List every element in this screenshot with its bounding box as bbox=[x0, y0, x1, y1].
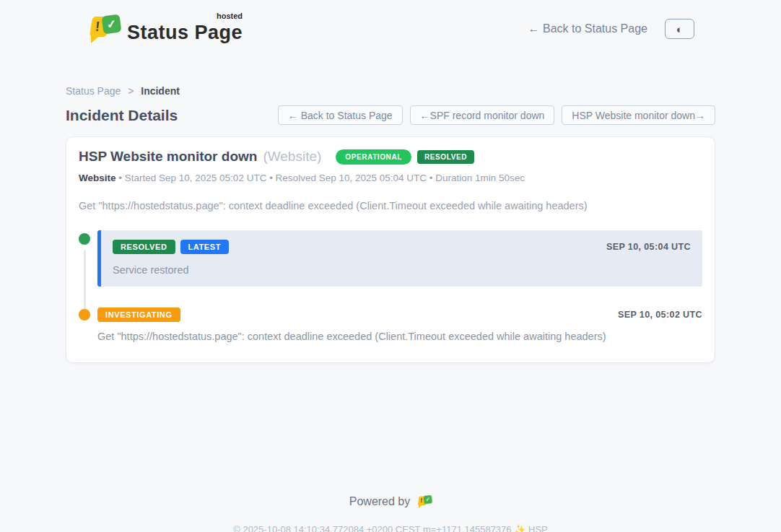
brand-superscript: hosted bbox=[217, 12, 243, 20]
checkmark-icon: ✓ bbox=[106, 17, 118, 31]
brand-name: Status Page bbox=[127, 22, 243, 43]
incident-service-name: Website bbox=[79, 173, 116, 183]
incident-title: HSP Website monitor down bbox=[79, 149, 257, 165]
investigating-dot-icon bbox=[79, 309, 90, 320]
timeline-marker-column bbox=[79, 308, 90, 342]
header-actions: ← Back to Status Page ◐ bbox=[528, 19, 694, 39]
brand-text: hosted Status Page bbox=[127, 14, 243, 44]
copyright-line: © 2025-10-08 14:10:34.772084 +0200 CEST … bbox=[0, 524, 781, 532]
theme-toggle-button[interactable]: ◐ bbox=[665, 19, 694, 39]
timeline-latest-badge: LATEST bbox=[180, 240, 230, 254]
powered-by: Powered by ! ✓ bbox=[0, 494, 781, 509]
resolved-dot-icon bbox=[79, 233, 90, 245]
incident-scope: (Website) bbox=[263, 149, 321, 165]
status-page-mini-logo-icon[interactable]: ! ✓ bbox=[416, 494, 432, 509]
incident-card-header: HSP Website monitor down (Website) OPERA… bbox=[79, 149, 702, 165]
copyright-brand: HSP bbox=[528, 524, 548, 532]
timeline-marker-column bbox=[79, 230, 90, 287]
page-title: Incident Details bbox=[66, 107, 178, 124]
breadcrumb: Status Page > Incident bbox=[66, 85, 715, 97]
prev-incident-button[interactable]: ←SPF record monitor down bbox=[410, 105, 555, 125]
timeline-entry-header: RESOLVED LATEST SEP 10, 05:04 UTC bbox=[113, 240, 691, 254]
timeline-timestamp: SEP 10, 05:02 UTC bbox=[618, 310, 702, 320]
timeline-entry-content: RESOLVED LATEST SEP 10, 05:04 UTC Servic… bbox=[97, 230, 702, 287]
incident-description: Get "https://hostedstatus.page": context… bbox=[79, 200, 702, 212]
latest-update-box: RESOLVED LATEST SEP 10, 05:04 UTC Servic… bbox=[97, 230, 702, 287]
main-content: Status Page > Incident Incident Details … bbox=[66, 85, 715, 363]
timeline-item-investigating: INVESTIGATING SEP 10, 05:02 UTC Get "htt… bbox=[79, 308, 702, 342]
back-to-status-page-link[interactable]: ← Back to Status Page bbox=[528, 22, 647, 35]
breadcrumb-incident: Incident bbox=[141, 85, 180, 97]
copyright-text: © 2025-10-08 14:10:34.772084 +0200 CEST … bbox=[233, 524, 511, 532]
header: ! ✓ hosted Status Page ← Back to Status … bbox=[0, 0, 781, 46]
timeline-entry-content: INVESTIGATING SEP 10, 05:02 UTC Get "htt… bbox=[97, 308, 702, 342]
timeline-connector-line bbox=[84, 250, 86, 313]
next-incident-button[interactable]: HSP Website monitor down→ bbox=[562, 105, 715, 125]
footer: Powered by ! ✓ © 2025-10-08 14:10:34.772… bbox=[0, 494, 781, 532]
logo-bubble-green: ✓ bbox=[102, 14, 122, 35]
timeline-message: Get "https://hostedstatus.page": context… bbox=[97, 331, 702, 342]
back-to-status-page-button[interactable]: ← Back to Status Page bbox=[278, 105, 403, 125]
timeline-entry-header: INVESTIGATING SEP 10, 05:02 UTC bbox=[97, 308, 702, 322]
breadcrumb-separator: > bbox=[128, 85, 134, 97]
timeline-investigating-badge: INVESTIGATING bbox=[97, 308, 180, 322]
sparkles-icon: ✨ bbox=[514, 524, 525, 532]
operational-badge: OPERATIONAL bbox=[336, 149, 411, 165]
status-page-logo-icon: ! ✓ bbox=[85, 13, 120, 45]
brand-logo[interactable]: ! ✓ hosted Status Page bbox=[85, 13, 243, 45]
timeline-item-resolved: RESOLVED LATEST SEP 10, 05:04 UTC Servic… bbox=[79, 230, 702, 287]
incident-card: HSP Website monitor down (Website) OPERA… bbox=[66, 136, 715, 363]
timeline-resolved-badge: RESOLVED bbox=[113, 240, 175, 254]
resolved-status-badge: RESOLVED bbox=[417, 150, 474, 164]
title-row: Incident Details ← Back to Status Page ←… bbox=[66, 105, 715, 125]
incident-timeline: RESOLVED LATEST SEP 10, 05:04 UTC Servic… bbox=[79, 230, 702, 342]
incident-meta: Website • Started Sep 10, 2025 05:02 UTC… bbox=[79, 173, 702, 183]
timeline-message: Service restored bbox=[113, 264, 691, 276]
incident-nav-buttons: ← Back to Status Page ←SPF record monito… bbox=[278, 105, 715, 125]
powered-by-label: Powered by bbox=[349, 495, 411, 508]
contrast-icon: ◐ bbox=[676, 24, 683, 35]
incident-meta-details: • Started Sep 10, 2025 05:02 UTC • Resol… bbox=[118, 173, 525, 183]
breadcrumb-status-page[interactable]: Status Page bbox=[66, 85, 121, 97]
timeline-timestamp: SEP 10, 05:04 UTC bbox=[606, 242, 691, 252]
